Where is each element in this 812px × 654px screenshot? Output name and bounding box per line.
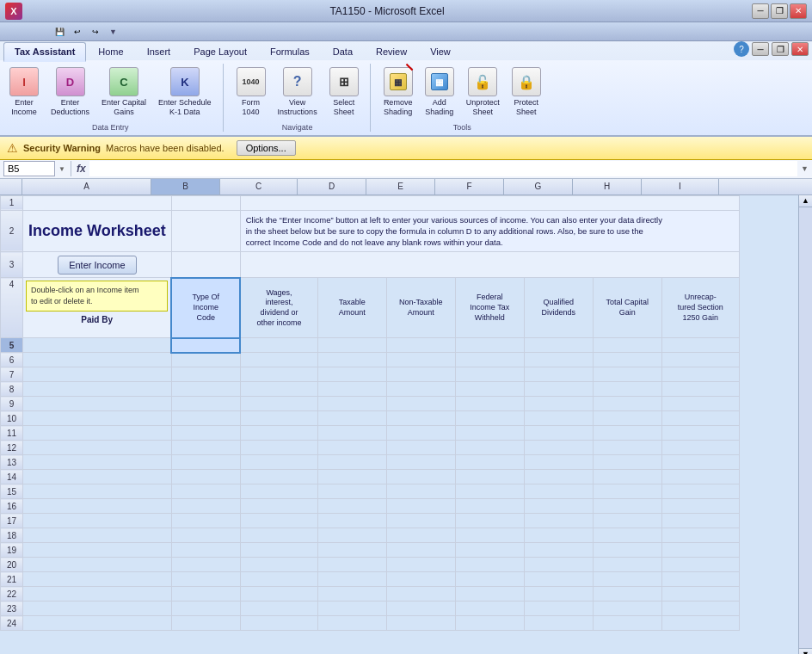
cell-A2[interactable]: Income Worksheet (23, 210, 172, 252)
cell-B3[interactable] (171, 252, 240, 278)
tab-insert[interactable]: Insert (136, 42, 182, 60)
row-num-17[interactable]: 17 (1, 514, 23, 528)
cell-C1-rest[interactable] (240, 195, 739, 210)
cell-ref-dropdown[interactable]: ▼ (58, 165, 65, 173)
col-header-H[interactable]: H (573, 179, 642, 194)
cell-C3-rest[interactable] (240, 252, 739, 278)
cell-F5[interactable] (455, 338, 524, 353)
cell-reference-box[interactable]: B5 (3, 161, 55, 176)
row-num-20[interactable]: 20 (1, 558, 23, 572)
qa-dropdown[interactable]: ▼ (109, 28, 117, 36)
row-num-15[interactable]: 15 (1, 484, 23, 499)
close-button[interactable]: ✕ (790, 3, 807, 19)
minimize-button[interactable]: ─ (752, 3, 769, 19)
grid-scroll-area[interactable]: 1 2 Income Worksheet Click the “Enter In… (0, 195, 798, 654)
form1040-ribbon-btn[interactable]: 1040 Form1040 (232, 64, 270, 120)
tab-formulas[interactable]: Formulas (259, 42, 321, 60)
security-options-button[interactable]: Options... (237, 140, 296, 156)
protect-sheet-ribbon-btn[interactable]: 🔒 ProtectSheet (508, 64, 545, 120)
row-num-2[interactable]: 2 (1, 210, 23, 252)
cell-H5[interactable] (593, 338, 661, 353)
enter-income-ribbon-btn[interactable]: I EnterIncome (5, 64, 43, 120)
col-header-D[interactable]: D (298, 179, 366, 194)
row-num-14[interactable]: 14 (1, 470, 23, 484)
cell-G4-header[interactable]: QualifiedDividends (524, 278, 593, 338)
cell-E5[interactable] (386, 338, 455, 353)
cell-H4-header[interactable]: Total CapitalGain (593, 278, 661, 338)
row-num-11[interactable]: 11 (1, 426, 23, 441)
row-num-4[interactable]: 4 (1, 278, 23, 338)
row-num-8[interactable]: 8 (1, 382, 23, 397)
enter-k1-ribbon-btn[interactable]: K Enter ScheduleK-1 Data (154, 64, 216, 120)
row-num-6[interactable]: 6 (1, 353, 23, 367)
row-num-12[interactable]: 12 (1, 441, 23, 455)
redo-quick-btn[interactable]: ↪ (88, 25, 103, 39)
row-num-18[interactable]: 18 (1, 528, 23, 543)
scroll-up-btn[interactable]: ▲ (799, 195, 812, 207)
row-num-7[interactable]: 7 (1, 367, 23, 382)
tab-review[interactable]: Review (365, 42, 418, 60)
ribbon-close-btn[interactable]: ✕ (791, 42, 809, 56)
cell-B5-active[interactable] (171, 338, 240, 353)
col-header-C[interactable]: C (220, 179, 298, 194)
col-header-F[interactable]: F (435, 179, 504, 194)
row-num-1[interactable]: 1 (1, 195, 23, 210)
enter-income-button[interactable]: Enter Income (58, 256, 136, 275)
tab-tax-assistant[interactable]: Tax Assistant (3, 42, 86, 62)
row-num-5[interactable]: 5 (1, 338, 23, 353)
remove-shading-ribbon-btn[interactable]: ▦ RemoveShading (379, 64, 417, 120)
scroll-track[interactable] (799, 207, 812, 648)
cell-B2[interactable] (171, 210, 240, 252)
row-num-16[interactable]: 16 (1, 499, 23, 514)
select-sheet-ribbon-btn[interactable]: ⊞ SelectSheet (325, 64, 363, 120)
ribbon-restore-btn[interactable]: ❐ (772, 42, 789, 56)
save-quick-btn[interactable]: 💾 (52, 25, 67, 39)
tab-data[interactable]: Data (322, 42, 364, 60)
cell-I4-header[interactable]: Unrecap-tured Section1250 Gain (661, 278, 739, 338)
formula-expand-btn[interactable]: ▼ (801, 164, 809, 173)
enter-capital-gains-icon: C (109, 67, 138, 96)
tab-page-layout[interactable]: Page Layout (182, 42, 258, 60)
cell-D4-header[interactable]: TaxableAmount (317, 278, 386, 338)
col-header-A[interactable]: A (22, 179, 151, 194)
cell-D5[interactable] (317, 338, 386, 353)
cell-B1[interactable] (171, 195, 240, 210)
scroll-down-btn[interactable]: ▼ (799, 648, 812, 654)
cell-F4-header[interactable]: FederalIncome TaxWithheld (455, 278, 524, 338)
row-num-22[interactable]: 22 (1, 587, 23, 602)
cell-E4-header[interactable]: Non-TaxableAmount (386, 278, 455, 338)
row-num-23[interactable]: 23 (1, 602, 23, 616)
help-button[interactable]: ? (734, 41, 749, 57)
cell-I5[interactable] (661, 338, 739, 353)
restore-button[interactable]: ❐ (771, 3, 788, 19)
undo-quick-btn[interactable]: ↩ (70, 25, 85, 39)
cell-B4-header[interactable]: Type OfIncomeCode (171, 278, 240, 338)
row-num-3[interactable]: 3 (1, 252, 23, 278)
enter-deductions-ribbon-btn[interactable]: D EnterDeductions (46, 64, 94, 120)
vertical-scrollbar[interactable]: ▲ ▼ (798, 195, 812, 654)
col-header-G[interactable]: G (504, 179, 573, 194)
view-instructions-ribbon-btn[interactable]: ? ViewInstructions (274, 64, 322, 120)
cell-A1[interactable] (23, 195, 172, 210)
tab-view[interactable]: View (419, 42, 462, 60)
tab-home[interactable]: Home (87, 42, 134, 60)
formula-input[interactable] (89, 161, 797, 176)
col-header-E[interactable]: E (366, 179, 435, 194)
cell-C5[interactable] (240, 338, 317, 353)
cell-G5[interactable] (524, 338, 593, 353)
add-shading-ribbon-btn[interactable]: ▦ AddShading (421, 64, 458, 120)
cell-A5[interactable] (23, 338, 172, 353)
unprotect-sheet-ribbon-btn[interactable]: 🔓 UnprotectSheet (462, 64, 504, 120)
col-header-B[interactable]: B (151, 179, 220, 194)
row-num-9[interactable]: 9 (1, 397, 23, 411)
col-header-I[interactable]: I (642, 179, 719, 194)
row-num-19[interactable]: 19 (1, 543, 23, 558)
row-num-24[interactable]: 24 (1, 616, 23, 631)
cell-C4-header[interactable]: Wages,interest,dividend orother income (240, 278, 317, 338)
enter-capital-gains-ribbon-btn[interactable]: C Enter CapitalGains (97, 64, 151, 120)
row-num-21[interactable]: 21 (1, 572, 23, 587)
row-num-10[interactable]: 10 (1, 411, 23, 426)
row-num-13[interactable]: 13 (1, 455, 23, 470)
table-row: 15 (1, 484, 740, 499)
ribbon-minimize-btn[interactable]: ─ (752, 42, 769, 56)
